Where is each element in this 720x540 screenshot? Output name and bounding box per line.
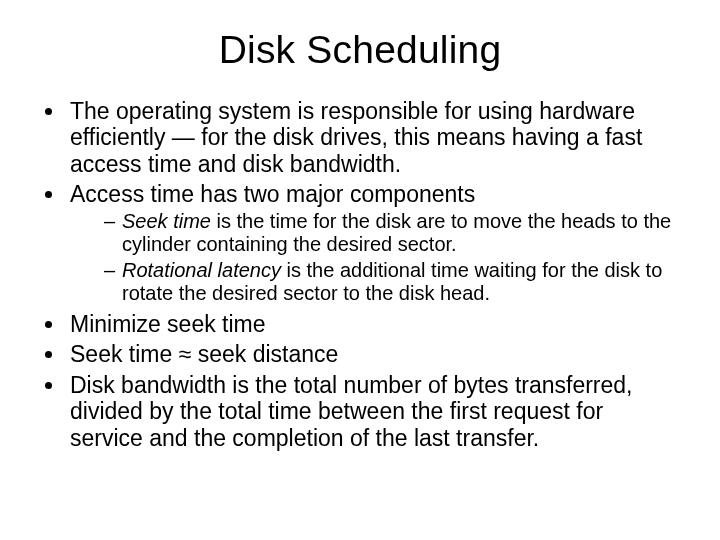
sub-bullet-item: Rotational latency is the additional tim… (104, 259, 682, 305)
italic-term: Seek time (122, 210, 211, 232)
bullet-item: Seek time ≈ seek distance (66, 341, 682, 367)
italic-term: Rotational latency (122, 259, 281, 281)
bullet-item: Disk bandwidth is the total number of by… (66, 372, 682, 451)
sub-bullet-item: Seek time is the time for the disk are t… (104, 210, 682, 256)
sub-bullet-list: Seek time is the time for the disk are t… (70, 210, 682, 305)
slide: Disk Scheduling The operating system is … (0, 0, 720, 540)
slide-title: Disk Scheduling (38, 28, 682, 72)
bullet-item: Access time has two major components See… (66, 181, 682, 304)
bullet-list: The operating system is responsible for … (38, 98, 682, 451)
bullet-text: Access time has two major components (70, 181, 475, 207)
bullet-item: The operating system is responsible for … (66, 98, 682, 177)
bullet-item: Minimize seek time (66, 311, 682, 337)
